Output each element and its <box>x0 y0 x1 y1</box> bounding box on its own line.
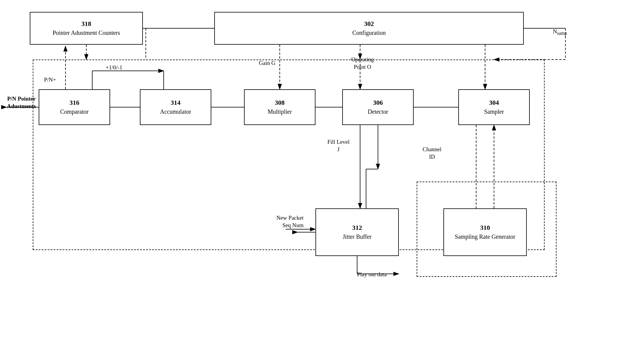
block-318-num: 318 <box>82 20 91 28</box>
block-314: 314 Accumulator <box>140 89 211 125</box>
block-308-label: Multiplier <box>268 108 292 115</box>
label-play-out: Play out data <box>357 271 387 278</box>
block-310-num: 310 <box>480 224 490 232</box>
label-new-packet: New PacketSeq Num <box>244 214 304 229</box>
block-310: 310 Sampling Rate Generator <box>443 208 527 256</box>
block-318: 318 Pointer Adustment Counters <box>30 12 143 45</box>
block-304-label: Sampler <box>484 108 504 115</box>
diagram-container: 302 Configuration 318 Pointer Adustment … <box>0 0 644 345</box>
label-pn-pointer: P/N PointerAdustments <box>5 95 37 110</box>
block-312: 312 Jitter Buffer <box>315 208 399 256</box>
block-310-label: Sampling Rate Generator <box>455 233 515 241</box>
block-316: 316 Comparator <box>39 89 110 125</box>
block-314-label: Accumulator <box>160 108 191 115</box>
block-312-num: 312 <box>352 224 362 232</box>
block-304: 304 Sampler <box>458 89 530 125</box>
block-308: 308 Multiplier <box>244 89 315 125</box>
label-channel-id: ChannelID <box>423 146 441 160</box>
block-316-num: 316 <box>70 99 79 107</box>
block-302-label: Configuration <box>352 29 386 37</box>
block-314-num: 314 <box>171 99 181 107</box>
block-316-label: Comparator <box>60 108 89 115</box>
label-nsamp: Nsamp <box>553 28 567 36</box>
label-pn-plus: P/N+ <box>44 76 56 84</box>
label-plus1-0-minus1: +1/0/-1 <box>106 64 122 71</box>
block-302-num: 302 <box>364 20 374 28</box>
block-306-num: 306 <box>373 99 383 107</box>
label-operating-point: OperatingPoint O <box>342 56 383 71</box>
label-fill-level: Fill LevelJ <box>327 138 349 153</box>
label-gain-g: Gain G <box>259 60 275 67</box>
block-312-label: Jitter Buffer <box>343 233 372 241</box>
block-306: 306 Detector <box>342 89 414 125</box>
block-302: 302 Configuration <box>214 12 524 45</box>
block-306-label: Detector <box>368 108 388 115</box>
block-304-num: 304 <box>489 99 499 107</box>
block-318-label: Pointer Adustment Counters <box>53 29 120 37</box>
block-308-num: 308 <box>275 99 285 107</box>
